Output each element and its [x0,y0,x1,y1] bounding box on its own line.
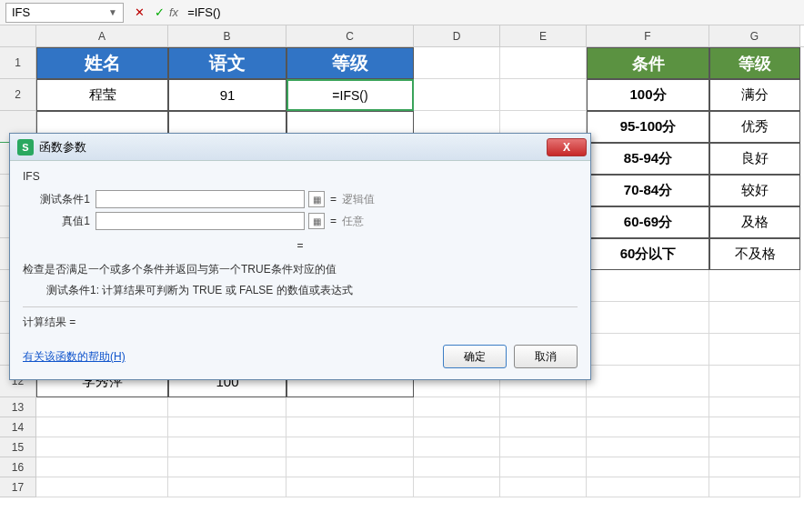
cell-F7[interactable]: 60分以下 [587,238,709,270]
dialog-close-button[interactable]: X [547,138,587,156]
arg2-label: 真值1 [23,214,95,229]
cell-F5[interactable]: 70-84分 [587,175,709,206]
cell-G6[interactable]: 及格 [709,206,800,238]
close-icon: X [563,141,570,154]
row-header-15[interactable]: 15 [0,437,36,457]
cell-G7[interactable]: 不及格 [709,238,800,270]
cell-G3[interactable]: 优秀 [709,111,800,143]
arg2-input[interactable] [95,212,305,230]
dialog-title: 函数参数 [39,139,86,156]
name-box-value: IFS [12,5,30,19]
arg1-range-picker-icon[interactable]: ▦ [308,191,325,207]
row-header-16[interactable]: 16 [0,457,36,477]
name-box[interactable]: IFS ▼ [5,3,124,23]
formula-input[interactable] [184,3,804,23]
col-header-D[interactable]: D [414,25,500,46]
calc-result-label: 计算结果 = [23,315,578,330]
col-header-E[interactable]: E [500,25,587,46]
col-header-C[interactable]: C [286,25,414,46]
cell-E2[interactable] [500,79,587,111]
arg2-range-picker-icon[interactable]: ▦ [308,213,325,229]
row-header-14[interactable]: 14 [0,417,36,437]
result-preview-equals: = [23,239,578,252]
equals-icon: = [330,215,337,227]
cancel-formula-icon[interactable]: ✕ [129,3,149,23]
ok-button[interactable]: 确定 [443,345,507,368]
row-header-17[interactable]: 17 [0,477,36,497]
select-all-corner[interactable] [0,25,36,46]
col-header-G[interactable]: G [709,25,800,46]
cancel-button[interactable]: 取消 [514,345,578,368]
cell-F2[interactable]: 100分 [587,79,709,111]
column-headers: A B C D E F G [0,25,804,47]
cell-G2[interactable]: 满分 [709,79,800,111]
cell-F1[interactable]: 条件 [587,47,709,79]
cell-A2[interactable]: 程莹 [36,79,168,111]
row-header-2[interactable]: 2 [0,79,36,111]
app-icon: S [17,139,34,156]
equals-icon: = [330,193,337,206]
col-header-F[interactable]: F [587,25,709,46]
name-box-dropdown-icon[interactable]: ▼ [108,7,117,17]
cell-D2[interactable] [414,79,500,111]
arg1-hint: 逻辑值 [342,192,375,207]
col-header-A[interactable]: A [36,25,168,46]
fx-icon[interactable]: fx [169,5,178,19]
cell-E1[interactable] [500,47,587,79]
arg2-hint: 任意 [342,214,364,229]
cell-C2[interactable]: =IFS() [286,79,414,111]
formula-bar: IFS ▼ ✕ ✓ fx [0,0,804,25]
cell-D1[interactable] [414,47,500,79]
argument-description: 测试条件1: 计算结果可判断为 TRUE 或 FALSE 的数值或表达式 [23,282,578,299]
divider [23,306,578,307]
row-header-13[interactable]: 13 [0,397,36,417]
cell-F4[interactable]: 85-94分 [587,143,709,175]
cell-G5[interactable]: 较好 [709,175,800,206]
function-arguments-dialog: S 函数参数 X IFS 测试条件1 ▦ = 逻辑值 真值1 ▦ = 任意 = … [9,133,591,380]
row-header-1[interactable]: 1 [0,47,36,79]
cell-B2[interactable]: 91 [168,79,286,111]
dialog-titlebar[interactable]: S 函数参数 X [10,134,590,161]
cell-G1[interactable]: 等级 [709,47,800,79]
function-description: 检查是否满足一个或多个条件并返回与第一个TRUE条件对应的值 [23,263,337,276]
help-link[interactable]: 有关该函数的帮助(H) [23,349,126,365]
col-header-B[interactable]: B [168,25,286,46]
function-name: IFS [23,170,578,183]
cell-G4[interactable]: 良好 [709,143,800,175]
cell-A1[interactable]: 姓名 [36,47,168,79]
cell-B1[interactable]: 语文 [168,47,286,79]
arg1-input[interactable] [95,190,305,208]
cell-C1[interactable]: 等级 [286,47,414,79]
cell-F6[interactable]: 60-69分 [587,206,709,238]
arg1-label: 测试条件1 [23,192,95,207]
accept-formula-icon[interactable]: ✓ [149,3,169,23]
cell-F3[interactable]: 95-100分 [587,111,709,143]
